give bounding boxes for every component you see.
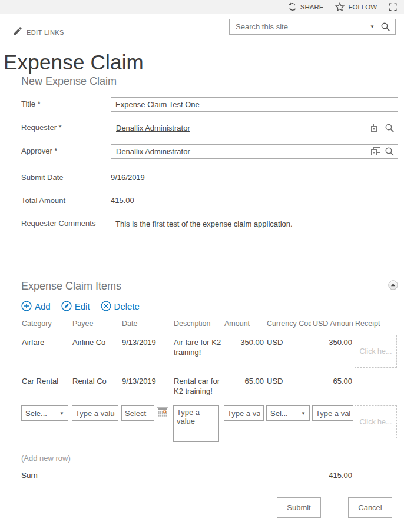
submit-date-row: Submit Date 9/16/2019 [21, 171, 398, 182]
search-input[interactable] [234, 22, 367, 32]
focus-mode-button[interactable] [389, 3, 397, 11]
delete-circle-icon [101, 301, 111, 311]
currency-select[interactable]: Sel... ▼ [266, 405, 310, 421]
requester-comments-row: Requester Comments This is the first tes… [21, 217, 398, 265]
date-input[interactable] [121, 405, 154, 421]
chevron-down-icon: ▼ [301, 408, 306, 418]
pencil-icon [13, 27, 22, 37]
requester-entity-link[interactable]: Denallix Administrator [116, 124, 190, 132]
row-payee: Airline Co [72, 335, 120, 350]
form-content: New Expense Claim Title * Requester * De… [21, 75, 398, 526]
chevron-up-circle-icon [388, 280, 398, 292]
focus-icon [389, 3, 397, 11]
receipt-upload-placeholder: Click he... [360, 347, 392, 357]
receipt-upload-box[interactable]: Click he... [355, 405, 397, 438]
share-button[interactable]: SHARE [288, 2, 324, 11]
column-header-amount: Amount [224, 318, 265, 335]
items-section-heading: Expense Claim Items [21, 280, 121, 292]
add-new-row-link[interactable]: (Add new row) [21, 454, 398, 463]
search-scope-chevron-down-icon[interactable]: ▼ [370, 24, 375, 29]
row-usd-amount: 350.00 [312, 335, 353, 350]
approver-entity-link[interactable]: Denallix Administrator [116, 147, 190, 156]
form-section-heading: New Expense Claim [21, 75, 398, 88]
payee-input[interactable] [72, 405, 118, 421]
column-header-description: Description [173, 318, 223, 335]
items-section-header: Expense Claim Items [21, 280, 398, 292]
submit-date-value: 9/16/2019 [111, 171, 145, 182]
suite-bar: SHARE FOLLOW [0, 0, 404, 14]
approver-row: Approver * Denallix Administrator [21, 144, 398, 159]
add-item-row: Sele... ▼ [21, 405, 398, 444]
submit-button[interactable]: Submit [277, 497, 321, 518]
star-icon [335, 2, 345, 11]
row-category: Airfare [21, 335, 71, 350]
currency-select-value: Sel... [270, 408, 299, 418]
row-currency: USD [266, 335, 311, 350]
edit-circle-icon [61, 301, 72, 311]
edit-item-button[interactable]: Edit [61, 301, 90, 311]
title-row: Title * [21, 97, 398, 112]
requester-comments-textarea[interactable]: This is the first test of the expense cl… [111, 217, 398, 262]
row-date: 9/13/2019 [121, 374, 172, 388]
title-input[interactable] [111, 97, 398, 112]
requester-label: Requester * [21, 121, 111, 132]
cancel-button[interactable]: Cancel [348, 497, 392, 518]
row-date: 9/13/2019 [121, 335, 172, 350]
site-search-box: ▼ [229, 19, 396, 35]
search-icon[interactable] [380, 22, 390, 32]
column-header-date: Date [121, 318, 172, 335]
total-amount-row: Total Amount 415.00 [21, 194, 398, 205]
expense-claim-page: SHARE FOLLOW [0, 0, 404, 532]
column-header-receipt: Receipt [355, 318, 398, 335]
approver-label: Approver * [21, 144, 111, 155]
usd-amount-input[interactable] [312, 405, 353, 421]
row-usd-amount: 65.00 [312, 374, 353, 388]
row-amount: 350.00 [224, 335, 265, 350]
row-payee: Rental Co [72, 374, 120, 388]
chevron-down-icon: ▼ [59, 408, 64, 418]
requester-comments-label: Requester Comments [21, 217, 111, 228]
delete-label: Delete [114, 301, 140, 311]
sum-label: Sum [21, 471, 71, 480]
address-book-search-icon[interactable] [385, 123, 395, 133]
table-row[interactable]: Airfare Airline Co 9/13/2019 Air fare fo… [21, 335, 398, 374]
receipt-upload-box[interactable]: Click he... [355, 335, 397, 368]
amount-input[interactable] [224, 405, 264, 421]
add-circle-icon [21, 301, 32, 311]
collapse-section-button[interactable] [388, 280, 398, 292]
resolve-names-icon[interactable] [371, 124, 380, 132]
table-row[interactable]: Car Rental Rental Co 9/13/2019 Rental ca… [21, 374, 398, 404]
resolve-names-icon[interactable] [371, 147, 380, 156]
column-header-category: Category [21, 318, 71, 335]
description-textarea[interactable] [173, 405, 219, 442]
approver-picker[interactable]: Denallix Administrator [111, 144, 398, 159]
calendar-icon[interactable] [157, 405, 168, 418]
title-label: Title * [21, 97, 111, 108]
total-amount-value: 415.00 [111, 194, 134, 205]
column-header-payee: Payee [72, 318, 120, 335]
category-select[interactable]: Sele... ▼ [21, 405, 68, 421]
requester-picker[interactable]: Denallix Administrator [111, 121, 398, 135]
column-header-currency: Currency Code [266, 318, 311, 335]
follow-label: FOLLOW [348, 4, 377, 11]
page-title: Expense Claim [4, 49, 404, 75]
address-book-search-icon[interactable] [385, 147, 395, 157]
form-actions: Submit Cancel [21, 497, 392, 526]
sum-value: 415.00 [312, 471, 353, 480]
row-description: Rental car for K2 training! [173, 374, 223, 398]
delete-item-button[interactable]: Delete [101, 301, 140, 311]
edit-label: Edit [75, 301, 90, 311]
items-toolbar: Add Edit Delete [21, 301, 398, 311]
share-label: SHARE [300, 4, 324, 11]
row-currency: USD [266, 374, 311, 388]
receipt-upload-placeholder: Click he... [360, 417, 392, 427]
share-icon [288, 2, 297, 11]
submit-date-label: Submit Date [21, 171, 111, 182]
edit-links-button[interactable]: EDIT LINKS [13, 27, 64, 37]
add-item-button[interactable]: Add [21, 301, 51, 311]
row-description: Air fare for K2 training! [173, 335, 223, 360]
nav-row: EDIT LINKS ▼ [0, 14, 404, 47]
follow-button[interactable]: FOLLOW [335, 2, 377, 11]
category-select-value: Sele... [25, 408, 57, 418]
add-label: Add [35, 301, 51, 311]
